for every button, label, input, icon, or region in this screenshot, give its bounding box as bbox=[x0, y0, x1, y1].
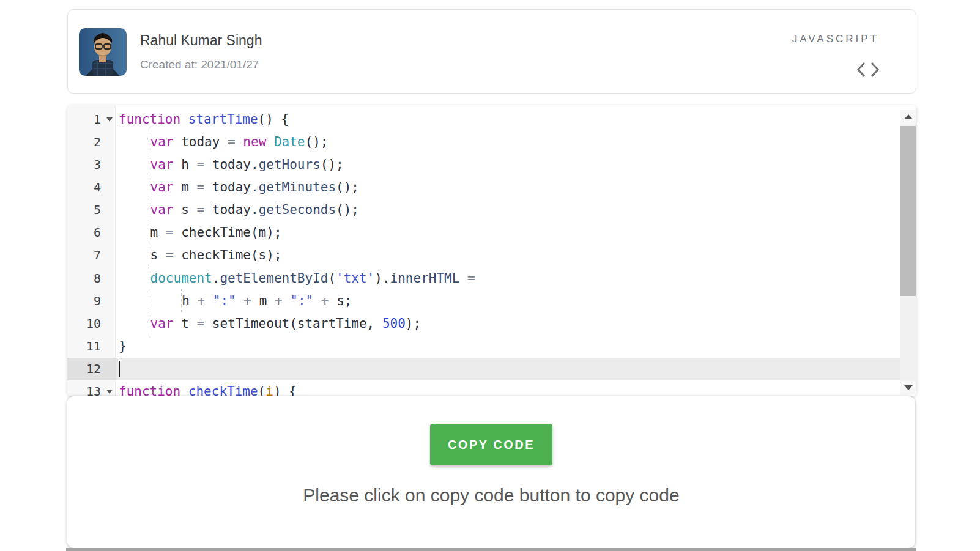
code-line[interactable]: 8 document.getElementById('txt').innerHT… bbox=[67, 267, 900, 289]
avatar bbox=[79, 28, 127, 76]
scroll-down-button[interactable] bbox=[900, 381, 916, 394]
editor-rows: 1function startTime() {2 var today = new… bbox=[67, 108, 900, 396]
code-line[interactable]: 4 var m = today.getMinutes(); bbox=[67, 176, 900, 198]
code-line-content[interactable]: var h = today.getHours(); bbox=[116, 153, 900, 176]
line-number[interactable]: 10 bbox=[67, 312, 116, 335]
code-line-content[interactable]: s = checkTime(s); bbox=[116, 244, 900, 267]
code-line-content[interactable]: m = checkTime(m); bbox=[116, 221, 900, 244]
line-number[interactable]: 4 bbox=[67, 176, 116, 198]
code-line[interactable]: 7 s = checkTime(s); bbox=[67, 244, 900, 267]
language-badge: JAVASCRIPT bbox=[792, 33, 879, 45]
line-number[interactable]: 6 bbox=[67, 221, 116, 244]
code-line[interactable]: 9 h + ":" + m + ":" + s; bbox=[67, 289, 900, 312]
scrollbar-track[interactable] bbox=[900, 124, 916, 381]
code-line[interactable]: 1function startTime() { bbox=[67, 108, 900, 130]
fold-arrow-icon[interactable] bbox=[106, 117, 113, 122]
scroll-up-button[interactable] bbox=[900, 110, 916, 124]
text-cursor bbox=[119, 361, 120, 377]
line-number[interactable]: 12 bbox=[67, 358, 116, 380]
scrollbar-thumb[interactable] bbox=[900, 126, 916, 296]
copy-code-card: COPY CODE Please click on copy code butt… bbox=[67, 396, 915, 548]
code-line-content[interactable]: var today = new Date(); bbox=[116, 130, 900, 153]
avatar-photo bbox=[79, 28, 127, 76]
code-line[interactable]: 2 var today = new Date(); bbox=[67, 130, 900, 153]
page: Rahul Kumar Singh Created at: 2021/01/27… bbox=[0, 0, 980, 551]
snippet-header-card: Rahul Kumar Singh Created at: 2021/01/27… bbox=[67, 9, 916, 94]
code-line-content[interactable]: var t = setTimeout(startTime, 500); bbox=[116, 312, 900, 335]
code-line[interactable]: 13function checkTime(i) { bbox=[67, 380, 900, 396]
scroll-down-icon bbox=[904, 385, 913, 390]
vertical-scrollbar[interactable] bbox=[900, 110, 916, 394]
code-line-content[interactable] bbox=[116, 358, 900, 380]
line-number[interactable]: 7 bbox=[67, 244, 116, 267]
code-line[interactable]: 5 var s = today.getSeconds(); bbox=[67, 199, 900, 221]
author-name: Rahul Kumar Singh bbox=[140, 32, 262, 49]
created-date: Created at: 2021/01/27 bbox=[140, 58, 259, 72]
line-number[interactable]: 1 bbox=[67, 108, 116, 130]
line-number[interactable]: 11 bbox=[67, 335, 116, 357]
copy-code-button[interactable]: COPY CODE bbox=[430, 424, 552, 465]
code-editor[interactable]: 1function startTime() {2 var today = new… bbox=[67, 105, 916, 396]
code-line-content[interactable]: h + ":" + m + ":" + s; bbox=[116, 289, 900, 312]
code-line[interactable]: 6 m = checkTime(m); bbox=[67, 221, 900, 244]
code-line[interactable]: 3 var h = today.getHours(); bbox=[67, 153, 900, 176]
line-number[interactable]: 2 bbox=[67, 130, 116, 153]
code-line[interactable]: 10 var t = setTimeout(startTime, 500); bbox=[67, 312, 900, 335]
line-number[interactable]: 9 bbox=[67, 289, 116, 312]
code-line-content[interactable]: var s = today.getSeconds(); bbox=[116, 199, 900, 221]
code-line-content[interactable]: } bbox=[116, 335, 900, 357]
code-angle-brackets-icon[interactable] bbox=[856, 61, 880, 81]
fold-arrow-icon[interactable] bbox=[106, 390, 113, 394]
line-number[interactable]: 3 bbox=[67, 153, 116, 176]
code-line-content[interactable]: var m = today.getMinutes(); bbox=[116, 176, 900, 198]
code-line[interactable]: 12 bbox=[67, 358, 900, 380]
copy-instruction-text: Please click on copy code button to copy… bbox=[303, 485, 679, 506]
line-number[interactable]: 5 bbox=[67, 199, 116, 221]
code-line[interactable]: 11} bbox=[67, 335, 900, 357]
code-line-content[interactable]: document.getElementById('txt').innerHTML… bbox=[116, 267, 900, 289]
code-line-content[interactable]: function startTime() { bbox=[116, 108, 900, 130]
code-line-content[interactable]: function checkTime(i) { bbox=[116, 380, 900, 396]
line-number[interactable]: 8 bbox=[67, 267, 116, 289]
next-section-edge bbox=[66, 548, 916, 551]
line-number[interactable]: 13 bbox=[67, 380, 116, 396]
scroll-up-icon bbox=[904, 114, 913, 119]
